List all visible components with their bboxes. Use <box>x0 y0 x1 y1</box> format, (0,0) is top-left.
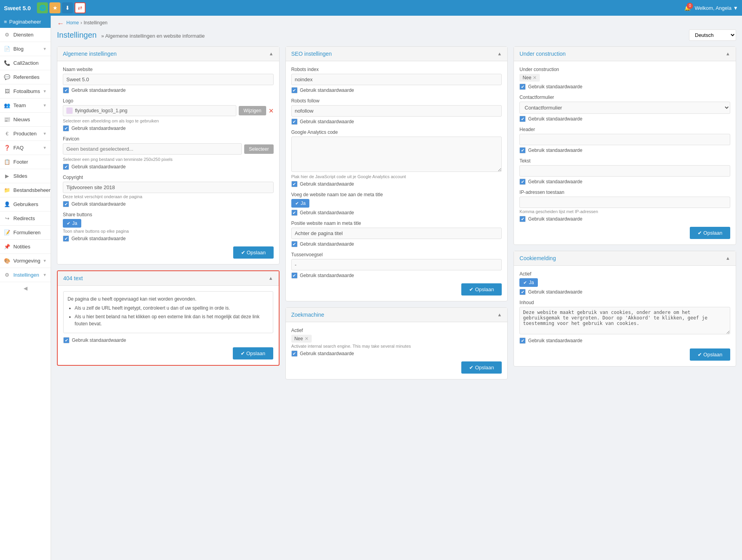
check-label-header: Gebruik standaardwaarde <box>528 148 582 153</box>
checkbox-uc[interactable]: ✔ <box>519 84 526 90</box>
robots-index-select[interactable]: noindex index <box>291 74 502 85</box>
checkbox-copyright[interactable]: ✔ <box>63 201 69 207</box>
checkbox-robots-index[interactable]: ✔ <box>291 87 298 93</box>
analytics-textarea[interactable] <box>291 137 502 172</box>
sidebar-item-fotoalbums[interactable]: 🖼Fotoalbums ▼ <box>0 84 51 99</box>
robots-follow-select[interactable]: nofollow follow <box>291 105 502 117</box>
sidebar-item-diensten[interactable]: ⚙Diensten <box>0 28 51 42</box>
panel-collapse-uc[interactable]: ▲ <box>726 51 730 57</box>
checkbox-header[interactable]: ✔ <box>519 147 526 153</box>
share-icon-btn[interactable]: ⇄ <box>75 2 86 13</box>
check-label-share: Gebruik standaardwaarde <box>71 236 126 241</box>
globe-icon-btn[interactable]: 🌐 <box>37 2 48 13</box>
checkbox-robots-follow[interactable]: ✔ <box>291 119 298 125</box>
cookie-actief-toggle[interactable]: ✔ Ja <box>519 278 538 287</box>
uc-nee-x-btn[interactable]: ✕ <box>533 75 537 80</box>
checkbox-cookie-actief[interactable]: ✔ <box>519 289 526 295</box>
panel-collapse-404[interactable]: ▲ <box>269 275 273 281</box>
actief-zoek-x-btn[interactable]: ✕ <box>305 336 309 341</box>
save-btn-seo[interactable]: ✔ Opslaan <box>461 283 502 296</box>
language-select[interactable]: Deutsch Nederlands English <box>689 29 736 41</box>
header-input[interactable] <box>519 134 730 145</box>
text-404-editor[interactable]: De pagina die u heeft opgevraagd kan nie… <box>63 291 273 333</box>
sidebar-item-call2action[interactable]: 📞Call2action <box>0 56 51 70</box>
website-naam-toggle[interactable]: ✔ Ja <box>291 199 310 208</box>
form-group-favicon: Favicon Selecteer Selecteer een png best… <box>63 136 274 170</box>
sidebar-item-nieuws[interactable]: 📰Nieuws <box>0 113 51 127</box>
favicon-select-btn[interactable]: Selecteer <box>244 144 274 154</box>
sidebar-item-team[interactable]: 👥Team ▼ <box>0 99 51 113</box>
checkbox-logo[interactable]: ✔ <box>63 125 69 131</box>
sidebar-item-producten[interactable]: €Producten ▼ <box>0 127 51 141</box>
logo-remove-btn[interactable]: ✕ <box>269 107 274 115</box>
producten-icon: € <box>4 131 10 137</box>
checkbox-naam[interactable]: ✔ <box>63 87 69 93</box>
checkbox-analytics[interactable]: ✔ <box>291 181 298 187</box>
star-icon-btn[interactable]: ★ <box>49 2 60 13</box>
sidebar-label-nieuws: Nieuws <box>13 117 30 122</box>
checkbox-cookie-inhoud[interactable]: ✔ <box>519 337 526 344</box>
sidebar-item-vormgeving[interactable]: 🎨Vormgeving ▼ <box>0 254 51 268</box>
share-toggle-btn[interactable]: ✔ Ja <box>63 219 81 228</box>
check-label-tussenvoegsel: Gebruik standaardwaarde <box>300 273 354 278</box>
sidebar-item-faq[interactable]: ❓FAQ ▼ <box>0 141 51 155</box>
notification-bell[interactable]: 🔔 0 <box>684 5 691 11</box>
tussenvoegsel-input[interactable] <box>291 259 502 270</box>
checkbox-share[interactable]: ✔ <box>63 235 69 242</box>
form-group-logo: Logo flyingdudes_logo3_1.png Wijzigen ✕ … <box>63 98 274 131</box>
sidebar-item-slides[interactable]: ▶Slides <box>0 169 51 183</box>
sidebar-item-gebruikers[interactable]: 👤Gebruikers <box>0 197 51 212</box>
contact-select[interactable]: Contactformulier <box>519 102 730 114</box>
text-404-li2: Als u hier bent beland na het klikken op… <box>75 313 269 327</box>
checkbox-tekst[interactable]: ✔ <box>519 179 526 185</box>
cookie-inhoud-textarea[interactable]: Deze website maakt gebruik van cookies, … <box>519 307 730 334</box>
sidebar-item-redirects[interactable]: ↪Redirects <box>0 212 51 226</box>
page-title-row: Instellingen » Algemene instellingen en … <box>57 29 736 41</box>
panel-collapse-seo[interactable]: ▲ <box>497 51 502 57</box>
sidebar-label-faq: FAQ <box>13 145 24 151</box>
panel-collapse-algemene[interactable]: ▲ <box>269 51 274 57</box>
panel-body-uc: Under construction Nee ✕ ✔ Gebruik stand… <box>514 61 736 244</box>
checkbox-positie[interactable]: ✔ <box>291 241 298 247</box>
checkbox-404[interactable]: ✔ <box>63 337 69 343</box>
ip-input[interactable] <box>519 197 730 208</box>
columns-layout: Algemene instellingen ▲ Naam website ✔ G… <box>57 46 736 385</box>
sidebar-item-notities[interactable]: 📌Notities <box>0 240 51 254</box>
logo-file-display: flyingdudes_logo3_1.png <box>63 105 236 116</box>
naam-website-input[interactable] <box>63 74 274 85</box>
panel-body-zoekmachine: Actief Nee ✕ Activate internal search en… <box>286 322 508 379</box>
check-row-robots-follow: ✔ Gebruik standaardwaarde <box>291 119 502 125</box>
sidebar-item-instellingen[interactable]: ⚙Instellingen ▼ <box>0 268 51 282</box>
user-dropdown[interactable]: Welkom, Angela ▼ <box>694 5 738 11</box>
sidebar-item-formulieren[interactable]: 📝Formulieren <box>0 226 51 240</box>
sidebar-toggle[interactable]: ◀ <box>0 282 51 294</box>
save-btn-zoekmachine[interactable]: ✔ Opslaan <box>461 361 502 374</box>
checkbox-actief-zoek[interactable]: ✔ <box>291 350 298 357</box>
favicon-input[interactable] <box>63 143 242 155</box>
checkbox-favicon[interactable]: ✔ <box>63 164 69 170</box>
sidebar-item-blog[interactable]: 📄Blog ▼ <box>0 42 51 56</box>
sidebar-label-bestandsbeheer: Bestandsbeheer <box>13 187 51 193</box>
panel-collapse-zoekmachine[interactable]: ▲ <box>497 312 502 317</box>
back-arrow-btn[interactable]: ← <box>57 20 64 28</box>
tekst-input[interactable] <box>519 165 730 177</box>
check-row-share: ✔ Gebruik standaardwaarde <box>63 235 274 242</box>
logo-wijzigen-btn[interactable]: Wijzigen <box>239 106 266 115</box>
save-btn-algemene[interactable]: ✔ Opslaan <box>233 246 274 259</box>
panel-collapse-cookie[interactable]: ▲ <box>726 255 730 261</box>
checkbox-ip[interactable]: ✔ <box>519 216 526 222</box>
sidebar-label-gebruikers: Gebruikers <box>13 201 38 207</box>
checkbox-website-naam[interactable]: ✔ <box>291 210 298 216</box>
sidebar-item-bestandsbeheer[interactable]: 📁Bestandsbeheer <box>0 183 51 197</box>
sidebar-item-referenties[interactable]: 💬Referenties <box>0 70 51 84</box>
breadcrumb-home[interactable]: Home <box>66 20 79 26</box>
save-btn-404[interactable]: ✔ Opslaan <box>233 347 273 359</box>
checkbox-contact[interactable]: ✔ <box>519 116 526 122</box>
checkbox-tussenvoegsel[interactable]: ✔ <box>291 272 298 279</box>
save-btn-uc[interactable]: ✔ Opslaan <box>690 227 730 239</box>
save-btn-cookie[interactable]: ✔ Opslaan <box>690 348 730 361</box>
download-icon-btn[interactable]: ⬇ <box>62 2 73 13</box>
sidebar-item-footer[interactable]: 📋Footer <box>0 155 51 169</box>
positie-select[interactable]: Achter de pagina titel <box>291 228 502 239</box>
copyright-input[interactable] <box>63 182 274 193</box>
